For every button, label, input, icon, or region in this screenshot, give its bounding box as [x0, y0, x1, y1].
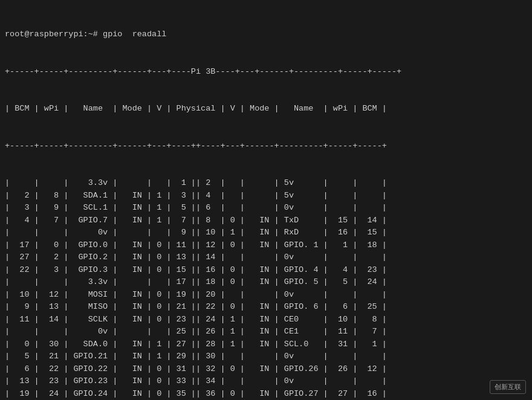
- table-row: | 10 | 12 | MOSI | IN | 0 | 19 || 20 | |…: [5, 289, 527, 302]
- table-row: | | | 3.3v | | | 17 || 18 | 0 | IN | GPI…: [5, 276, 527, 289]
- table-row: | 3 | 9 | SCL.1 | IN | 1 | 5 || 6 | | | …: [5, 202, 527, 215]
- separator-mid: +-----+-----+---------+------+---+----++…: [5, 140, 527, 153]
- separator-top: +-----+-----+---------+------+---+----Pi…: [5, 66, 527, 79]
- table-row: | 0 | 30 | SDA.0 | IN | 1 | 27 || 28 | 1…: [5, 338, 527, 351]
- data-rows: | | | 3.3v | | | 1 || 2 | | | 5v | | || …: [5, 177, 527, 400]
- table-row: | 27 | 2 | GPIO.2 | IN | 0 | 13 || 14 | …: [5, 251, 527, 264]
- watermark: 创新互联: [490, 380, 526, 394]
- table-row: | 9 | 13 | MISO | IN | 0 | 21 || 22 | 0 …: [5, 301, 527, 314]
- table-row: | | | 0v | | | 9 || 10 | 1 | IN | RxD | …: [5, 227, 527, 239]
- table-row: | 19 | 24 | GPIO.24 | IN | 0 | 35 || 36 …: [5, 388, 527, 400]
- table-row: | 2 | 8 | SDA.1 | IN | 1 | 3 || 4 | | | …: [5, 190, 527, 202]
- terminal-window: root@raspberrypi:~# gpio readall +-----+…: [5, 4, 527, 400]
- table-row: | 11 | 14 | SCLK | IN | 0 | 23 || 24 | 1…: [5, 314, 527, 326]
- table-row: | 13 | 23 | GPIO.23 | IN | 0 | 33 || 34 …: [5, 375, 527, 388]
- table-row: | | | 0v | | | 25 || 26 | 1 | IN | CE1 |…: [5, 326, 527, 338]
- table-row: | 6 | 22 | GPIO.22 | IN | 0 | 31 || 32 |…: [5, 363, 527, 376]
- table-row: | 22 | 3 | GPIO.3 | IN | 0 | 15 || 16 | …: [5, 264, 527, 277]
- table-row: | 4 | 7 | GPIO.7 | IN | 1 | 7 || 8 | 0 |…: [5, 215, 527, 227]
- command-line: root@raspberrypi:~# gpio readall: [5, 28, 527, 41]
- header-row: | BCM | wPi | Name | Mode | V | Physical…: [5, 103, 527, 115]
- table-row: | 5 | 21 | GPIO.21 | IN | 1 | 29 || 30 |…: [5, 350, 527, 363]
- table-row: | 17 | 0 | GPIO.0 | IN | 0 | 11 || 12 | …: [5, 239, 527, 252]
- table-row: | | | 3.3v | | | 1 || 2 | | | 5v | | |: [5, 177, 527, 190]
